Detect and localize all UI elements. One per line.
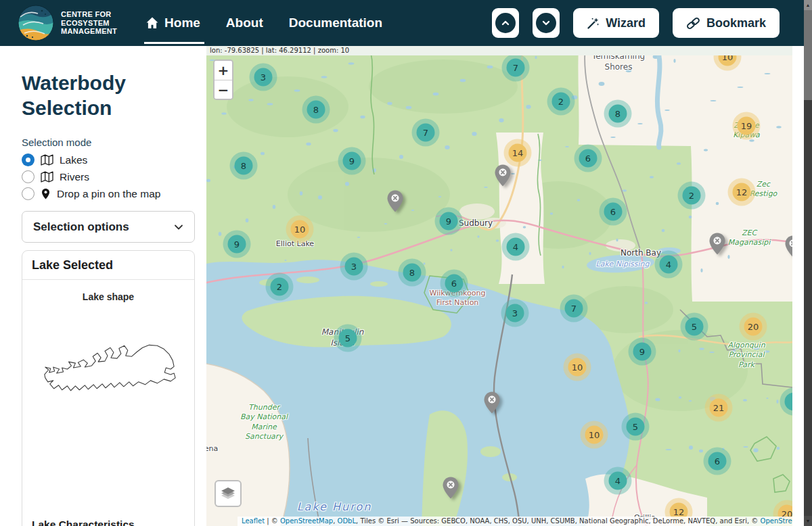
radio-button[interactable] — [22, 170, 35, 183]
nav-links: Home About Documentation — [145, 0, 382, 46]
selection-mode-label: Selection mode — [22, 137, 91, 148]
cluster-marker[interactable]: 3 — [345, 258, 363, 276]
attribution-link[interactable]: OpenStreetMap — [761, 517, 792, 525]
attribution-link[interactable]: OpenStreetMap — [280, 517, 333, 525]
map-label: Zec Restigo — [749, 180, 778, 199]
cluster-marker[interactable]: 7 — [417, 124, 435, 142]
cluster-marker[interactable]: 10 — [568, 358, 587, 377]
chevron-up-icon — [495, 13, 516, 33]
cluster-marker[interactable]: 12 — [733, 183, 751, 201]
cluster-marker[interactable]: 5 — [339, 329, 357, 348]
cluster-marker[interactable]: 6 — [708, 452, 727, 471]
sidebar: Waterbody Selection Selection mode Lakes… — [0, 46, 206, 526]
cluster-marker[interactable]: 9 — [440, 212, 458, 231]
cluster-marker[interactable]: 4 — [609, 472, 627, 490]
cluster-marker[interactable]: 3 — [506, 304, 524, 322]
scrollbar-thumb[interactable] — [804, 10, 812, 100]
lake-shape-label: Lake shape — [22, 291, 194, 302]
cluster-marker[interactable]: 4 — [507, 238, 525, 256]
map-pin[interactable] — [708, 233, 726, 258]
cluster-marker[interactable]: 9 — [343, 152, 361, 170]
cluster-marker[interactable]: 8 — [235, 157, 253, 175]
cluster-marker[interactable]: 5 — [685, 318, 704, 336]
scrollbar-down-arrow[interactable]: ▼ — [804, 516, 812, 526]
scrollbar-up-arrow[interactable]: ▲ — [804, 0, 812, 10]
cluster-marker[interactable]: 2 — [271, 278, 289, 296]
cluster-marker[interactable]: 10 — [291, 220, 309, 239]
scrollbar[interactable]: ▲ ▼ — [804, 0, 812, 526]
cluster-marker[interactable]: 20 — [744, 318, 763, 336]
map-label: ena — [206, 444, 218, 454]
map-pin[interactable] — [494, 164, 512, 190]
cluster-marker[interactable]: 7 — [507, 59, 525, 77]
attribution-link[interactable]: ODbL — [338, 517, 357, 525]
map-pin[interactable] — [386, 190, 404, 216]
chevron-down-icon — [536, 13, 556, 33]
layers-control[interactable] — [215, 480, 242, 507]
attribution-text: | © — [265, 517, 280, 525]
radio-label: Drop a pin on the map — [57, 188, 160, 200]
map-icon — [41, 154, 53, 166]
brand-text: CENTRE FOR ECOSYSTEM MANAGEMENT — [61, 10, 117, 36]
cluster-marker[interactable]: 8 — [403, 264, 422, 282]
wand-icon — [587, 17, 600, 30]
cluster-marker[interactable]: 8 — [307, 101, 325, 119]
cluster-marker[interactable]: 2 — [552, 93, 570, 111]
map-label: Elliot Lake — [276, 239, 314, 249]
cluster-marker[interactable]: 6 — [579, 149, 597, 168]
map-label: Algonquin Provincial Park — [727, 341, 765, 370]
collapse-up-button[interactable] — [492, 8, 519, 38]
cluster-marker[interactable]: 14 — [509, 144, 527, 162]
attribution-bar: Leaflet | © OpenStreetMap, ODbL, Tiles ©… — [238, 517, 792, 526]
map[interactable]: Temiskaming ShoresSudburyNorth BayElliot… — [206, 46, 792, 526]
cluster-marker[interactable]: 2 — [683, 187, 701, 205]
cluster-marker[interactable]: 5 — [627, 418, 645, 436]
cluster-marker[interactable]: 9 — [633, 343, 652, 361]
map-pin[interactable] — [442, 477, 459, 502]
selection-options-panel[interactable]: Selection options — [22, 211, 195, 243]
map-label: North Bay — [621, 248, 661, 259]
map-label: Lake Nipissing — [596, 260, 650, 269]
cluster-marker[interactable]: 4 — [660, 256, 678, 274]
basemap-tiles — [206, 46, 792, 526]
cluster-marker[interactable]: 6 — [604, 203, 623, 221]
navbar: CENTRE FOR ECOSYSTEM MANAGEMENT Home Abo… — [0, 0, 804, 46]
bookmark-button[interactable]: Bookmark — [673, 8, 780, 38]
attribution-link[interactable]: Leaflet — [242, 517, 265, 525]
map-pin[interactable] — [483, 391, 501, 417]
radio-button[interactable] — [22, 153, 35, 166]
zoom-in-button[interactable]: + — [215, 61, 232, 80]
radio-button[interactable] — [22, 187, 35, 200]
radio-option-drop-pin[interactable]: Drop a pin on the map — [22, 187, 160, 200]
wizard-button-label: Wizard — [606, 16, 646, 30]
wizard-button[interactable]: Wizard — [573, 8, 659, 38]
zoom-out-button[interactable]: − — [215, 80, 232, 99]
page-title: Waterbody Selection — [22, 70, 187, 120]
cluster-marker[interactable]: 8 — [609, 105, 627, 123]
cluster-marker[interactable]: 21 — [710, 399, 728, 417]
cluster-marker[interactable]: 10 — [585, 426, 604, 444]
cluster-marker[interactable]: 6 — [445, 274, 464, 293]
radio-label: Lakes — [60, 154, 87, 166]
map-icon — [41, 171, 53, 183]
radio-option-lakes[interactable]: Lakes — [22, 153, 87, 166]
collapse-down-button[interactable] — [533, 8, 560, 38]
cluster-marker[interactable]: 9 — [228, 235, 246, 254]
nav-item-label: About — [226, 0, 263, 46]
nav-item-home[interactable]: Home — [145, 0, 200, 46]
nav-item-documentation[interactable]: Documentation — [289, 0, 382, 46]
cluster-marker[interactable]: 19 — [738, 117, 756, 135]
map-label: Sudbury — [459, 218, 493, 229]
map-label: ZEC Maganasipi — [727, 229, 771, 248]
lake-selected-header: Lake Selected — [22, 251, 194, 280]
zoom-control: + − — [213, 59, 233, 100]
pin-icon — [41, 188, 51, 200]
map-label: Thunder Bay National Marine Sanctuary — [240, 403, 288, 441]
cluster-marker[interactable]: 7 — [565, 300, 583, 318]
cluster-marker[interactable]: 3 — [254, 68, 273, 87]
nav-item-about[interactable]: About — [226, 0, 263, 46]
lake-selected-card: Lake Selected Lake shape Lake Characteri… — [22, 250, 195, 526]
map-pin[interactable] — [784, 235, 792, 261]
nav-actions: Wizard Bookmark — [492, 8, 780, 38]
radio-option-rivers[interactable]: Rivers — [22, 170, 89, 183]
